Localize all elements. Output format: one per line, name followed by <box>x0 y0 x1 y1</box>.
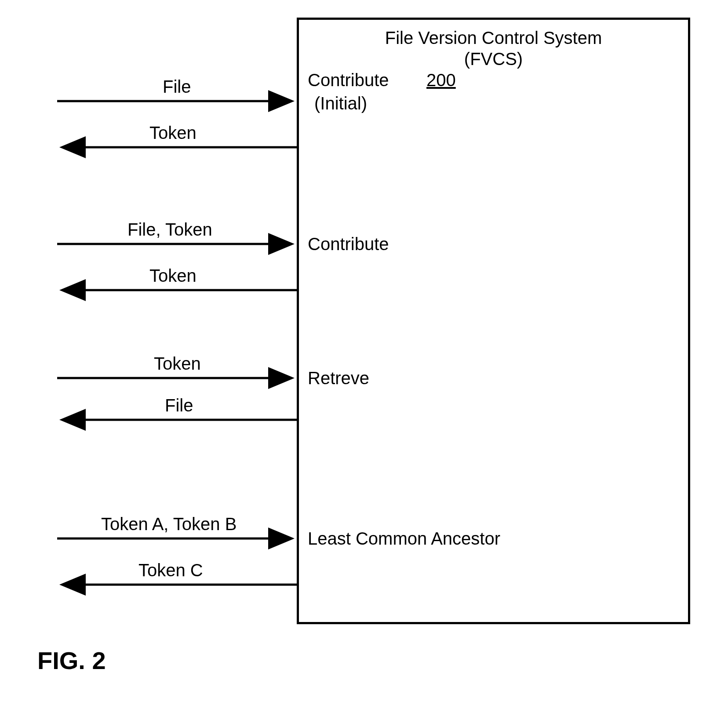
box-number: 200 <box>426 70 456 90</box>
contribute-in-label: File, Token <box>127 220 212 240</box>
contribute-initial-label-line1: Contribute <box>308 70 389 90</box>
contribute-initial-label-line2: (Initial) <box>314 94 367 113</box>
contribute-out-label: Token <box>149 266 197 286</box>
retrieve-in-label: Token <box>154 354 201 374</box>
retrieve-label: Retreve <box>308 368 369 388</box>
diagram-container: File Version Control System (FVCS) 200 C… <box>0 0 728 702</box>
lca-out-label: Token C <box>138 560 203 580</box>
figure-label: FIG. 2 <box>37 646 106 675</box>
retrieve-out-label: File <box>165 396 193 415</box>
box-title-line1: File Version Control System <box>299 20 688 49</box>
lca-label: Least Common Ancestor <box>308 529 500 549</box>
fvcs-box: File Version Control System (FVCS) 200 C… <box>297 18 690 624</box>
contribute-initial-out-label: Token <box>149 123 197 143</box>
contribute-label: Contribute <box>308 234 389 254</box>
box-title-line2: (FVCS) <box>299 49 688 69</box>
contribute-initial-in-label: File <box>163 77 191 97</box>
lca-in-label: Token A, Token B <box>101 514 237 534</box>
